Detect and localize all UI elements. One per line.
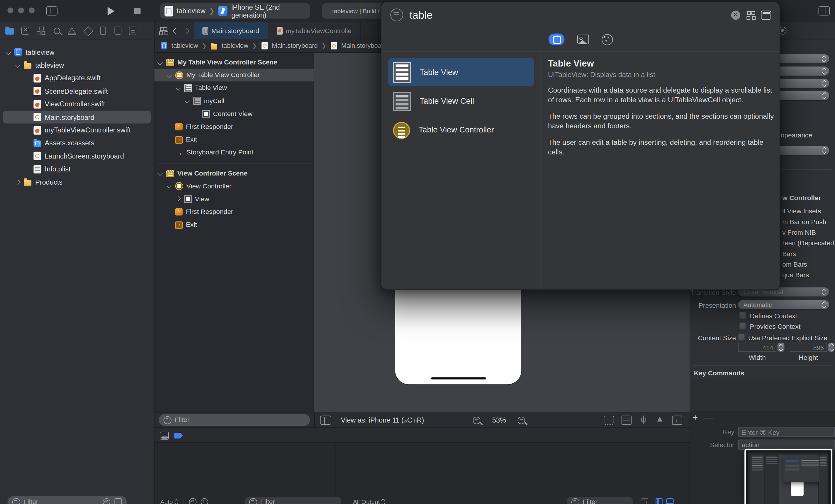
disclosure-icon[interactable] [166, 73, 172, 78]
screenshot-thumbnail-preview[interactable] [745, 448, 832, 504]
scene-header[interactable]: View Controller Scene [155, 167, 314, 180]
file-row-viewcontroller-swift[interactable]: ViewController.swift [0, 98, 154, 110]
related-items-icon[interactable] [160, 27, 167, 34]
disclosure-down-icon[interactable] [5, 49, 11, 55]
toggle-outline-icon[interactable] [320, 416, 331, 425]
stop-button[interactable] [134, 8, 141, 14]
source-control-navigator-icon[interactable] [21, 27, 29, 35]
outline-row-first-responder[interactable]: First Responder [155, 120, 314, 133]
scm-status-icon[interactable] [115, 498, 122, 504]
outline-row-exit[interactable]: Exit [155, 218, 314, 231]
outline-row-exit[interactable]: Exit [155, 133, 314, 146]
provides-context-checkbox[interactable] [739, 322, 746, 330]
embed-in-icon[interactable] [672, 416, 682, 425]
file-row-tableview[interactable]: tableview [0, 59, 154, 72]
presentation-select[interactable]: Automatic [738, 300, 829, 309]
recent-files-icon[interactable] [103, 498, 110, 504]
file-row-scenedelegate-swift[interactable]: SceneDelegate.swift [0, 85, 154, 98]
project-navigator-icon[interactable] [5, 28, 14, 35]
close-icon[interactable] [731, 10, 740, 20]
outline-row-mycell[interactable]: myCell [155, 94, 314, 107]
align-icon[interactable] [622, 416, 632, 425]
toggle-navigator-icon[interactable] [46, 6, 58, 16]
scheme-device-name[interactable]: iPhone SE (2nd generation) [231, 3, 310, 19]
grid-view-icon[interactable] [747, 11, 755, 19]
library-item-table-view-cell[interactable]: Table View Cell [388, 87, 534, 115]
width-field[interactable]: 414 [738, 343, 776, 352]
key-input[interactable]: Enter ⌘ Key [738, 427, 835, 437]
detail-view-icon[interactable] [761, 10, 771, 20]
forward-icon[interactable] [183, 27, 189, 34]
back-icon[interactable] [173, 27, 179, 34]
add-key-command-button[interactable]: + [693, 413, 698, 422]
height-stepper[interactable] [828, 343, 834, 352]
file-row-mytableviewcontroller-swift[interactable]: myTableViewController.swift [0, 124, 154, 136]
file-row-launchscreen-storyboard[interactable]: LaunchScreen.storyboard [0, 150, 154, 163]
zoom-in-icon[interactable] [518, 416, 525, 424]
breakpoints-toggle-icon[interactable] [174, 433, 183, 439]
run-button[interactable] [108, 7, 115, 16]
outline-filter-input[interactable]: Filter [159, 414, 310, 426]
outline-row-table-view[interactable]: Table View [155, 82, 314, 94]
resolve-auto-layout-icon[interactable] [656, 416, 665, 424]
find-navigator-icon[interactable] [54, 27, 60, 34]
width-stepper[interactable] [777, 343, 785, 352]
library-filter-icon[interactable] [390, 8, 403, 21]
file-row-appdelegate-swift[interactable]: AppDelegate.swift [0, 72, 154, 85]
breadcrumb-item[interactable]: Main.storyboard [272, 42, 318, 49]
library-search-input[interactable]: table [410, 9, 433, 21]
disclosure-icon[interactable] [176, 86, 181, 91]
issue-navigator-icon[interactable] [68, 27, 76, 34]
outline-row-first-responder[interactable]: First Responder [155, 205, 314, 218]
disclosure-icon[interactable] [184, 98, 190, 103]
disclosure-icon[interactable] [166, 184, 172, 189]
library-item-table-view[interactable]: Table View [388, 58, 534, 86]
colors-library-icon[interactable] [602, 34, 613, 45]
scene-header[interactable]: My Table View Controller Scene [155, 56, 314, 69]
update-frames-icon[interactable] [604, 416, 614, 425]
console-divider[interactable] [335, 443, 335, 504]
key-commands-table[interactable] [690, 378, 835, 412]
show-variables-view-icon[interactable] [656, 498, 663, 504]
symbol-navigator-icon[interactable] [37, 26, 46, 35]
file-row-info-plist[interactable]: Info.plist [0, 163, 154, 175]
defines-context-checkbox[interactable] [739, 312, 746, 319]
scheme-selector[interactable]: tableview ❯ iPhone SE (2nd generation) [160, 3, 310, 19]
outline-row-storyboard-entry-point[interactable]: →Storyboard Entry Point [155, 146, 314, 159]
height-field[interactable]: 896 [790, 343, 827, 352]
show-types-icon[interactable] [189, 498, 196, 504]
use-preferred-size-checkbox[interactable] [738, 334, 745, 341]
report-navigator-icon[interactable] [129, 26, 136, 35]
add-constraints-icon[interactable] [639, 416, 648, 424]
tab-main-storyboard[interactable]: Main.storyboard [194, 22, 268, 39]
remove-key-command-button[interactable]: — [705, 413, 713, 422]
outline-row-view[interactable]: View [155, 192, 314, 205]
objects-library-icon[interactable] [548, 34, 564, 45]
console-filter-input[interactable]: Filter [567, 497, 633, 504]
traffic-zoom-button[interactable] [29, 7, 35, 13]
disclosure-right-icon[interactable] [15, 179, 21, 185]
library-item-table-view-controller[interactable]: Table View Controller [388, 115, 534, 144]
disclosure-down-icon[interactable] [158, 60, 163, 65]
toggle-inspector-icon[interactable] [819, 6, 830, 16]
navigator-filter-input[interactable]: Filter [7, 496, 127, 504]
variables-filter-input[interactable]: Filter [244, 497, 341, 504]
debug-navigator-icon[interactable] [100, 27, 106, 35]
auto-scope-select[interactable]: Auto [160, 499, 173, 504]
media-library-icon[interactable] [577, 35, 589, 44]
breadcrumb-item[interactable]: tableview [222, 42, 248, 49]
outline-row-content-view[interactable]: Content View [155, 107, 314, 120]
all-output-select[interactable]: All Output [353, 499, 380, 504]
disclosure-icon[interactable] [176, 196, 181, 202]
scheme-project-name[interactable]: tableview [177, 7, 205, 15]
file-row-products[interactable]: Products [0, 175, 154, 188]
test-navigator-icon[interactable] [83, 26, 93, 36]
outline-row-view-controller[interactable]: View Controller [155, 180, 314, 192]
disclosure-down-icon[interactable] [158, 170, 163, 176]
tab-mytableviewcontroller[interactable]: myTableViewControlle [268, 22, 361, 39]
traffic-minimize-button[interactable] [18, 7, 24, 13]
clear-console-icon[interactable] [640, 498, 647, 504]
info-icon[interactable] [201, 498, 208, 504]
zoom-out-icon[interactable] [473, 416, 480, 424]
disclosure-down-icon[interactable] [15, 63, 21, 68]
